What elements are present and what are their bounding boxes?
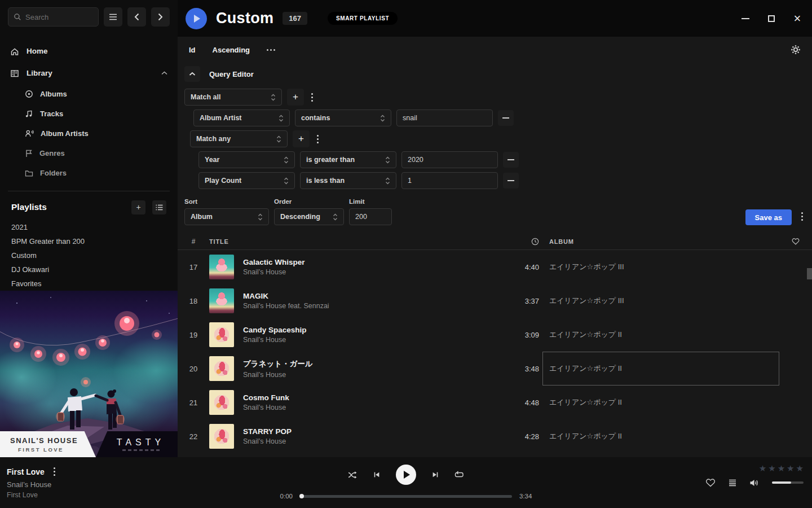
group-options-button[interactable]	[309, 91, 315, 104]
track-title[interactable]: MAGIK	[243, 292, 496, 300]
rule-field-select[interactable]: Play Count	[198, 172, 295, 189]
album-cover-thumbnail[interactable]	[209, 322, 234, 347]
match-type-select[interactable]: Match all	[184, 89, 282, 106]
shuffle-button[interactable]	[348, 471, 358, 479]
now-playing-title[interactable]: First Love	[7, 467, 45, 476]
playlist-item[interactable]: 2021	[11, 220, 178, 234]
remove-rule-button[interactable]	[503, 152, 519, 168]
rule-value-input[interactable]	[401, 151, 498, 168]
rule-value-input[interactable]	[401, 172, 498, 189]
track-album[interactable]: エイリアン☆ポップ II	[542, 386, 779, 419]
playlist-item[interactable]: BPM Greater than 200	[11, 234, 178, 248]
track-row[interactable]: 18MAGIKSnail’s House feat. Sennzai3:37エイ…	[178, 284, 812, 318]
album-cover-thumbnail[interactable]	[209, 356, 234, 381]
seek-handle[interactable]	[299, 494, 304, 498]
rating-star[interactable]: ★	[796, 464, 804, 472]
album-cover-thumbnail[interactable]	[209, 255, 234, 279]
track-artist[interactable]: Snail’s House	[243, 437, 496, 445]
rule-value-input[interactable]	[396, 110, 493, 126]
maximize-button[interactable]	[765, 12, 778, 25]
track-album[interactable]: エイリアン☆ポップ II	[542, 352, 779, 386]
rating-star[interactable]: ★	[759, 464, 766, 472]
close-button[interactable]: ×	[791, 12, 804, 25]
rule-operator-select[interactable]: is greater than	[300, 151, 396, 168]
track-album[interactable]: エイリアン☆ポップ III	[542, 250, 779, 284]
track-album[interactable]: エイリアン☆ポップ II	[542, 419, 779, 453]
rule-operator-select[interactable]: contains	[295, 110, 391, 126]
track-title[interactable]: Cosmo Funk	[243, 393, 496, 402]
track-artist[interactable]: Snail’s House	[243, 404, 496, 411]
settings-gear-icon[interactable]	[791, 45, 801, 55]
sidebar-item-album-artists[interactable]: Album Artists	[0, 124, 178, 143]
column-header-number[interactable]: #	[178, 238, 209, 246]
remove-rule-button[interactable]	[498, 110, 514, 126]
track-artist[interactable]: Snail’s House	[243, 268, 496, 276]
sidebar-item-albums[interactable]: Albums	[0, 84, 178, 104]
sidebar-item-genres[interactable]: Genres	[0, 143, 178, 163]
group-options-button[interactable]	[315, 133, 321, 146]
add-rule-button[interactable]: +	[293, 130, 310, 147]
playlist-item[interactable]: Favorites	[11, 277, 178, 291]
repeat-button[interactable]	[454, 471, 464, 479]
sidebar-item-folders[interactable]: Folders	[0, 163, 178, 183]
column-header-favorite[interactable]	[779, 238, 812, 245]
now-playing-album[interactable]: First Love	[7, 491, 273, 499]
add-playlist-button[interactable]: +	[131, 200, 145, 214]
nav-forward-button[interactable]	[151, 7, 170, 27]
scrollbar-thumb[interactable]	[807, 268, 812, 279]
favorite-heart-icon[interactable]	[705, 478, 716, 487]
album-cover-thumbnail[interactable]	[209, 424, 234, 449]
sort-field-control[interactable]: Id	[189, 46, 196, 54]
now-playing-artist[interactable]: Snail’s House	[7, 480, 273, 489]
query-order-select[interactable]: Descending	[274, 208, 344, 225]
playlist-item[interactable]: DJ Okawari	[11, 262, 178, 277]
playlist-item[interactable]: Custom	[11, 248, 178, 262]
menu-button[interactable]	[104, 7, 122, 27]
search-input[interactable]	[25, 13, 87, 21]
track-title[interactable]: Candy Spaceship	[243, 326, 496, 334]
track-artist[interactable]: Snail’s House	[243, 371, 496, 379]
chevron-up-icon[interactable]	[161, 71, 167, 75]
remove-rule-button[interactable]	[503, 173, 519, 189]
rule-field-select[interactable]: Year	[198, 151, 295, 168]
query-limit-input[interactable]	[349, 208, 392, 225]
track-row[interactable]: 21Cosmo FunkSnail’s House4:48エイリアン☆ポップ I…	[178, 386, 812, 419]
queue-icon[interactable]	[729, 479, 736, 487]
rating-star[interactable]: ★	[787, 464, 794, 472]
column-header-title[interactable]: TITLE	[209, 238, 502, 245]
next-button[interactable]	[431, 471, 439, 479]
rating-star[interactable]: ★	[768, 464, 775, 472]
now-playing-options-button[interactable]	[51, 465, 58, 478]
track-artist[interactable]: Snail’s House	[243, 336, 496, 344]
sidebar-item-library[interactable]: Library	[0, 62, 178, 84]
track-row[interactable]: 20プラネット・ガールSnail’s House3:48エイリアン☆ポップ II	[178, 352, 812, 386]
sidebar-item-tracks[interactable]: Tracks	[0, 104, 178, 124]
collapse-query-editor-button[interactable]	[184, 66, 200, 82]
track-row[interactable]: 19Candy SpaceshipSnail’s House3:09エイリアン☆…	[178, 318, 812, 352]
track-album[interactable]: エイリアン☆ポップ II	[542, 318, 779, 352]
track-album[interactable]: エイリアン☆ポップ III	[542, 284, 779, 318]
rule-field-select[interactable]: Album Artist	[193, 110, 290, 126]
column-header-duration[interactable]	[502, 238, 542, 246]
rating-star[interactable]: ★	[778, 464, 785, 472]
track-row[interactable]: 22STARRY POPSnail’s House4:28エイリアン☆ポップ I…	[178, 419, 812, 453]
add-rule-button[interactable]: +	[287, 89, 304, 106]
rule-operator-select[interactable]: is less than	[300, 172, 396, 189]
previous-button[interactable]	[373, 471, 381, 479]
nav-back-button[interactable]	[127, 7, 146, 27]
track-row[interactable]: 17Galactic WhisperSnail’s House4:40エイリアン…	[178, 250, 812, 284]
volume-icon[interactable]	[749, 479, 759, 487]
track-title[interactable]: STARRY POP	[243, 427, 496, 436]
playlist-list-button[interactable]	[152, 200, 166, 214]
column-header-album[interactable]: ALBUM	[542, 238, 779, 245]
volume-slider[interactable]	[772, 481, 804, 484]
play-playlist-button[interactable]	[186, 8, 207, 29]
search-box[interactable]	[8, 7, 99, 27]
match-type-select[interactable]: Match any	[190, 130, 288, 147]
track-title[interactable]: Galactic Whisper	[243, 258, 496, 266]
album-cover-thumbnail[interactable]	[209, 288, 234, 313]
album-cover-thumbnail[interactable]	[209, 390, 234, 415]
query-sort-select[interactable]: Album	[184, 208, 269, 225]
track-title[interactable]: プラネット・ガール	[243, 359, 496, 369]
track-artist[interactable]: Snail’s House feat. Sennzai	[243, 302, 496, 310]
